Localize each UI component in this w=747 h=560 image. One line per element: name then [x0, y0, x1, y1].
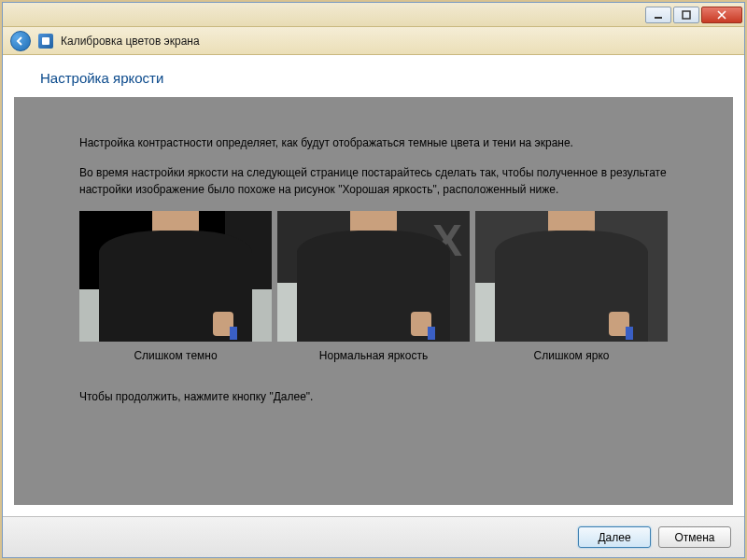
app-icon — [38, 34, 53, 49]
instruction-panel: Настройка контрастности определяет, как … — [14, 97, 733, 505]
close-button[interactable] — [701, 7, 742, 23]
sample-image-bright — [475, 211, 668, 342]
sample-row: Слишком темно X Нормальная яркость — [79, 211, 668, 364]
minimize-button[interactable] — [645, 7, 671, 23]
sample-image-normal: X — [277, 211, 470, 342]
sample-caption: Слишком темно — [134, 347, 217, 364]
sample-normal: X Нормальная яркость — [277, 211, 470, 364]
sample-caption: Нормальная яркость — [319, 347, 428, 364]
back-button[interactable] — [10, 31, 31, 51]
app-title: Калибровка цветов экрана — [61, 35, 200, 48]
next-button[interactable]: Далее — [578, 526, 651, 548]
content-area: Настройка яркости Настройка контрастност… — [3, 55, 744, 516]
sample-caption: Слишком ярко — [534, 347, 610, 364]
svg-rect-0 — [655, 17, 662, 19]
titlebar — [3, 3, 744, 27]
sample-too-dark: Слишком темно — [79, 211, 272, 364]
description-text-1: Настройка контрастности определяет, как … — [79, 134, 668, 151]
sample-too-bright: Слишком ярко — [475, 211, 668, 364]
description-text-2: Во время настройки яркости на следующей … — [79, 164, 668, 198]
sample-image-dark — [79, 211, 272, 342]
cancel-button[interactable]: Отмена — [658, 526, 731, 548]
svg-rect-1 — [683, 11, 690, 19]
page-title: Настройка яркости — [14, 66, 733, 97]
maximize-button[interactable] — [673, 7, 699, 23]
wizard-window: Калибровка цветов экрана Настройка яркос… — [2, 2, 745, 558]
continue-hint: Чтобы продолжить, нажмите кнопку "Далее"… — [79, 388, 668, 405]
header-bar: Калибровка цветов экрана — [3, 27, 744, 55]
footer-bar: Далее Отмена — [3, 516, 744, 557]
